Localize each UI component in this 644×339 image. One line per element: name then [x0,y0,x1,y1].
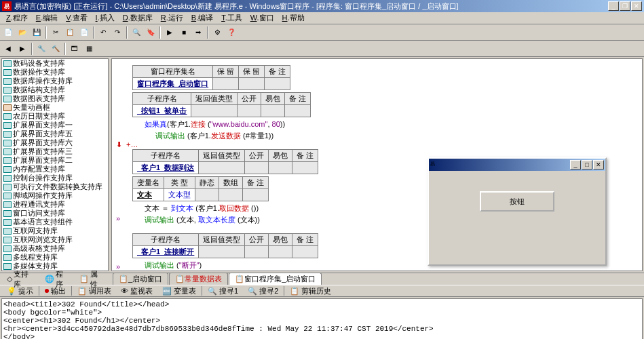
child-minimize-button[interactable]: _ [570,160,581,170]
window-icon[interactable]: 🗔 [68,42,81,56]
save-icon[interactable]: 💾 [30,26,43,39]
app-icon: 易 [2,1,12,11]
child-maximize-button[interactable]: □ [582,160,592,170]
bottom-tabs: 💡提示 输出 📋调用表 👁监视表 🔤变量表 🔍搜寻1 🔍搜寻2 📋剪辑历史 [0,285,644,297]
close-button[interactable]: ✕ [631,1,642,11]
maximize-button[interactable]: ❐ [620,1,630,11]
runtime-window[interactable]: 易 _ □ ✕ 按钮 [428,157,607,266]
sidebar-bottom-tabs: ◇支持库 🌐程序 📋属性 [0,273,110,285]
tab-startup-window[interactable]: 📋_启动窗口 [113,273,168,285]
window-controls: _ ❐ ✕ [608,1,642,11]
paste-icon[interactable]: 📄 [77,26,91,39]
menu-compile[interactable]: B.编译 [188,12,216,24]
table-sub1: 子程序名返回值类型公开易包备 注 _按钮1_被单击 [132,92,311,117]
open-icon[interactable]: 📂 [16,26,29,39]
runtime-button[interactable]: 按钮 [480,191,554,212]
breakpoint-marker[interactable]: ⬇ +… [116,140,138,149]
prev-icon[interactable]: ◀ [1,42,15,56]
exec-marker: » [116,214,120,222]
menu-program[interactable]: Z.程序 [3,12,31,24]
tool-a-icon[interactable]: 🔧 [35,42,48,56]
undo-icon[interactable]: ↶ [96,26,110,39]
window-title: 易语言(加密狗版) [正在运行] - C:\Users\admin\Deskto… [14,1,608,12]
code-line-debug1[interactable]: 调试输出 (客户1.发送数据 (#常量1)) [155,131,639,141]
menu-insert[interactable]: I.插入 [92,12,118,24]
run-icon[interactable]: ▶ [163,26,176,39]
tab-watch[interactable]: 👁监视表 [117,285,157,297]
menu-window[interactable]: W.窗口 [247,12,278,24]
redo-icon[interactable]: ↷ [111,26,124,39]
table-program-set: 窗口程序集名保 留保 留备 注 窗口程序集_启动窗口 [132,65,290,90]
tab-clipboard[interactable]: 📋剪辑历史 [286,285,335,297]
menu-edit[interactable]: E.编辑 [33,12,61,24]
code-tabs: 📋_启动窗口 📋常量数据表 📋窗口程序集_启动窗口 [110,273,644,285]
next-icon[interactable]: ▶ [16,42,29,56]
code-line-if[interactable]: 如果真(客户1.连接 ("www.baidu.com", 80)) [145,119,639,129]
tab-output[interactable]: 输出 [41,285,70,297]
toolbar-1: 📄 📂 💾 ✂ 📋 📄 ↶ ↷ 🔍 🔖 ▶ ■ ➡ ⚙ ❓ [0,24,644,41]
sidebar-tree[interactable]: 数码设备支持库数据操作支持库数据库操作支持库数据结构支持库数据图表支持库矢量动画… [1,58,109,271]
cut-icon[interactable]: ✂ [49,26,62,39]
bookmark-icon[interactable]: 🔖 [144,26,157,39]
menu-view[interactable]: V.查看 [62,12,90,24]
main-area: 数码设备支持库数据操作支持库数据库操作支持库数据结构支持库数据图表支持库矢量动画… [0,57,644,285]
child-close-button[interactable]: ✕ [593,160,604,170]
menu-bar: Z.程序 E.编辑 V.查看 I.插入 D.数据库 R.运行 B.编译 T.工具… [0,12,644,24]
exec-marker-2: » [116,262,120,271]
child-app-icon: 易 [430,161,438,169]
menu-run[interactable]: R.运行 [157,12,187,24]
toolbar-2: ◀ ▶ 🔧 🔨 🗔 ▦ [0,41,644,57]
tab-program-set[interactable]: 📋窗口程序集_启动窗口 [229,273,322,285]
find-icon[interactable]: 🔍 [130,26,143,39]
minimize-button[interactable]: _ [608,1,619,11]
tab-constants[interactable]: 📋常量数据表 [169,273,228,285]
menu-database[interactable]: D.数据库 [119,12,156,24]
tab-search2[interactable]: 🔍搜寻2 [244,285,282,297]
tab-callstack[interactable]: 📋调用表 [73,285,115,297]
output-panel[interactable]: <head><title>302 Found</title></head> <b… [1,298,643,339]
grid-icon[interactable]: ▦ [82,42,96,56]
menu-help[interactable]: H.帮助 [279,12,308,24]
tab-tips[interactable]: 💡提示 [3,285,37,297]
tab-variables[interactable]: 🔤变量表 [158,285,200,297]
title-bar: 易 易语言(加密狗版) [正在运行] - C:\Users\admin\Desk… [0,0,644,12]
help-icon[interactable]: ❓ [225,26,238,39]
stop-icon[interactable]: ■ [177,26,191,39]
step-icon[interactable]: ➡ [191,26,205,39]
config-icon[interactable]: ⚙ [210,26,224,39]
table-var: 变量名类 型静态数组备 注 文本文本型 [132,176,269,201]
copy-icon[interactable]: 📋 [63,26,77,39]
table-sub2: 子程序名返回值类型公开易包备 注 _客户1_数据到达 [132,149,318,174]
tab-search1[interactable]: 🔍搜寻1 [204,285,242,297]
new-icon[interactable]: 📄 [1,26,15,39]
child-titlebar: 易 _ □ ✕ [429,159,605,171]
menu-tools[interactable]: T.工具 [218,12,246,24]
table-sub3: 子程序名返回值类型公开易包备 注 _客户1_连接断开 [132,233,318,258]
tool-b-icon[interactable]: 🔨 [49,42,62,56]
